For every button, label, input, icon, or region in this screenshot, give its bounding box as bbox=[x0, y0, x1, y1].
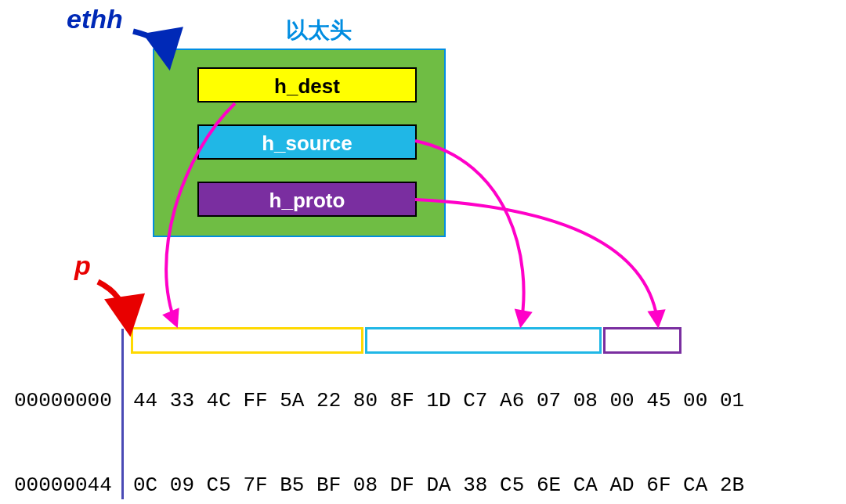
pointer-label-p: p bbox=[74, 250, 91, 281]
ethernet-header-title: 以太头 bbox=[286, 16, 352, 45]
highlight-h-dest bbox=[131, 327, 363, 354]
field-h-source: h_source bbox=[197, 124, 417, 160]
field-h-dest: h_dest bbox=[197, 67, 417, 103]
arrow-p-icon bbox=[98, 282, 129, 329]
highlight-h-source bbox=[365, 327, 602, 354]
hex-addr: 00000044 bbox=[14, 471, 124, 499]
hex-bytes: 0C 09 C5 7F B5 BF 08 DF DA 38 C5 6E CA A… bbox=[124, 471, 744, 499]
hex-addr: 00000000 bbox=[14, 387, 124, 415]
hexdump: 00000000 44 33 4C FF 5A 22 80 8F 1D C7 A… bbox=[14, 330, 744, 504]
highlight-h-proto bbox=[603, 327, 682, 354]
arrow-hproto-icon bbox=[415, 200, 658, 325]
field-h-proto: h_proto bbox=[197, 182, 417, 217]
pointer-label-ethh: ethh bbox=[67, 4, 123, 34]
ethernet-header-struct: h_dest h_source h_proto bbox=[153, 49, 446, 237]
hex-row: 00000000 44 33 4C FF 5A 22 80 8F 1D C7 A… bbox=[14, 387, 744, 415]
hex-bytes: 44 33 4C FF 5A 22 80 8F 1D C7 A6 07 08 0… bbox=[124, 387, 744, 415]
hex-row: 00000044 0C 09 C5 7F B5 BF 08 DF DA 38 C… bbox=[14, 471, 744, 499]
